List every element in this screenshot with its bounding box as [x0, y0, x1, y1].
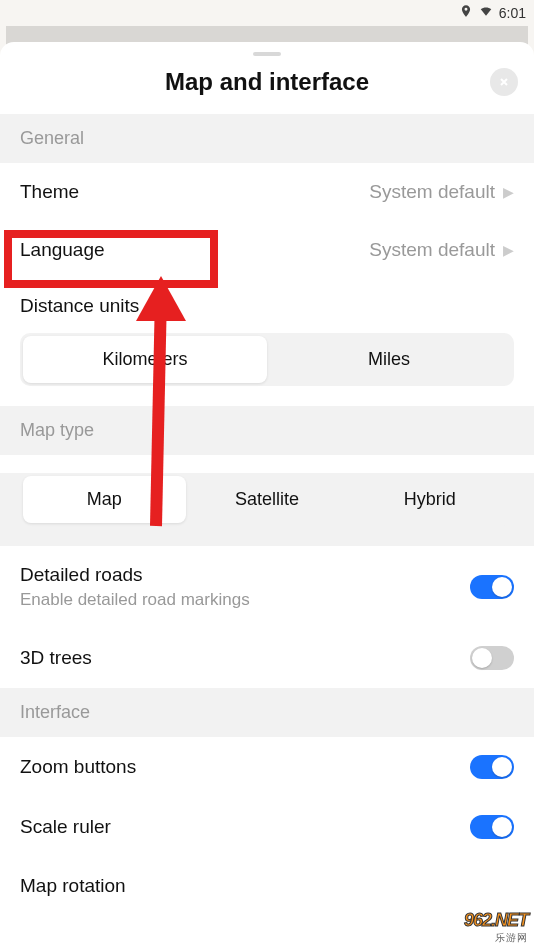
map-rotation-label: Map rotation — [20, 875, 126, 897]
zoom-buttons-toggle[interactable] — [470, 755, 514, 779]
language-row[interactable]: Language System default ▶ — [0, 221, 534, 279]
chevron-right-icon: ▶ — [503, 242, 514, 258]
theme-label: Theme — [20, 181, 79, 203]
watermark: 962.NET 乐游网 — [464, 910, 528, 945]
segment-satellite[interactable]: Satellite — [186, 476, 349, 523]
segment-miles[interactable]: Miles — [267, 336, 511, 383]
trees-toggle[interactable] — [470, 646, 514, 670]
close-icon — [498, 76, 510, 88]
zoom-buttons-label: Zoom buttons — [20, 756, 136, 778]
location-icon — [459, 4, 473, 22]
detailed-roads-label: Detailed roads — [20, 564, 250, 586]
status-time: 6:01 — [499, 5, 526, 21]
sheet-header: Map and interface — [0, 56, 534, 114]
sheet-title: Map and interface — [165, 68, 369, 96]
trees-row: 3D trees — [0, 628, 534, 688]
zoom-buttons-row: Zoom buttons — [0, 737, 534, 797]
watermark-text-bottom: 乐游网 — [464, 931, 528, 945]
maptype-segmented: Map Satellite Hybrid — [20, 473, 514, 526]
language-label: Language — [20, 239, 105, 261]
watermark-text-top: 962.NET — [464, 910, 528, 931]
map-rotation-row: Map rotation — [0, 857, 534, 897]
section-header-interface: Interface — [0, 688, 534, 737]
detailed-roads-row: Detailed roads Enable detailed road mark… — [0, 546, 534, 628]
language-value: System default ▶ — [369, 239, 514, 261]
segment-hybrid[interactable]: Hybrid — [348, 476, 511, 523]
close-button[interactable] — [490, 68, 518, 96]
segment-kilometers[interactable]: Kilometers — [23, 336, 267, 383]
scale-ruler-row: Scale ruler — [0, 797, 534, 857]
detailed-roads-sub: Enable detailed road markings — [20, 590, 250, 610]
section-header-general: General — [0, 114, 534, 163]
settings-sheet: Map and interface General Theme System d… — [0, 42, 534, 949]
theme-row[interactable]: Theme System default ▶ — [0, 163, 534, 221]
distance-label: Distance units — [0, 279, 534, 321]
scale-ruler-label: Scale ruler — [20, 816, 111, 838]
detailed-roads-toggle[interactable] — [470, 575, 514, 599]
status-bar: 6:01 — [0, 0, 534, 26]
scale-ruler-toggle[interactable] — [470, 815, 514, 839]
wifi-icon — [479, 4, 493, 22]
section-header-maptype: Map type — [0, 406, 534, 455]
theme-value: System default ▶ — [369, 181, 514, 203]
trees-label: 3D trees — [20, 647, 92, 669]
segment-map[interactable]: Map — [23, 476, 186, 523]
chevron-right-icon: ▶ — [503, 184, 514, 200]
distance-block: Distance units Kilometers Miles — [0, 279, 534, 406]
maptype-block: Map Satellite Hybrid — [0, 473, 534, 546]
distance-segmented: Kilometers Miles — [20, 333, 514, 386]
